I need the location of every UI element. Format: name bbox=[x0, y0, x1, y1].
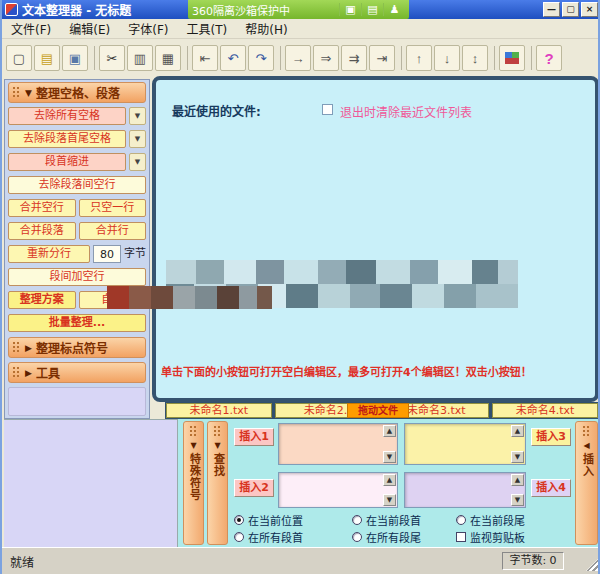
scheme-button[interactable]: 整理方案 bbox=[8, 291, 76, 309]
close-button[interactable]: × bbox=[581, 2, 598, 17]
scroll-up-icon[interactable]: ▲ bbox=[511, 474, 524, 486]
insert4-button[interactable]: 插入4 bbox=[531, 479, 571, 497]
batch-organize-button[interactable]: 批量整理... bbox=[8, 314, 146, 332]
menu-edit[interactable]: 编辑(E) bbox=[60, 18, 119, 39]
scrollbar[interactable]: ▲ ▼ bbox=[511, 474, 524, 506]
add-blank-between-button[interactable]: 段间加空行 bbox=[8, 268, 146, 286]
overlay-window-icon[interactable]: ▣ bbox=[339, 3, 361, 16]
find-strip[interactable]: ▼ 查找 bbox=[207, 421, 228, 545]
color-grid-button[interactable] bbox=[499, 45, 525, 71]
open-file-button[interactable]: ▤ bbox=[34, 45, 60, 71]
merge-blank-lines-button[interactable]: 合并空行 bbox=[8, 199, 76, 217]
undo-button[interactable]: ↶ bbox=[220, 45, 246, 71]
merge-lines-button[interactable]: 合并行 bbox=[79, 222, 147, 240]
clear-recent-label[interactable]: 退出时清除最近文件列表 bbox=[340, 103, 472, 120]
checkbox-label: 监视剪贴板 bbox=[470, 529, 525, 545]
menu-tools[interactable]: 工具(T) bbox=[178, 18, 237, 39]
scrollbar[interactable]: ▲ ▼ bbox=[511, 425, 524, 463]
radio-all-para-end[interactable]: 在所有段尾 bbox=[352, 529, 456, 545]
radio-icon bbox=[234, 515, 244, 525]
redo-button[interactable]: ↷ bbox=[248, 45, 274, 71]
paste-button[interactable]: ▦ bbox=[155, 45, 181, 71]
save-file-button[interactable]: ▣ bbox=[62, 45, 88, 71]
save-file-icon: ▣ bbox=[69, 51, 81, 66]
goto-last-button[interactable]: ⇥ bbox=[369, 45, 395, 71]
redaction-block bbox=[166, 260, 518, 284]
help-button[interactable]: ? bbox=[536, 45, 562, 71]
goto-editor3-button[interactable]: ⇉ bbox=[341, 45, 367, 71]
scroll-up-icon[interactable]: ▲ bbox=[511, 425, 524, 437]
insert2-textbox[interactable]: ▲ ▼ bbox=[278, 472, 398, 508]
overlay-pin-icon[interactable]: ♟ bbox=[383, 3, 405, 16]
goto-editor2-button[interactable]: ⇒ bbox=[313, 45, 339, 71]
para-indent-dropdown[interactable]: ▼ bbox=[129, 153, 146, 171]
scrollbar[interactable]: ▲ ▼ bbox=[383, 474, 396, 506]
new-file-button[interactable]: ▢ bbox=[6, 45, 32, 71]
cut-button[interactable]: ✂ bbox=[99, 45, 125, 71]
remove-all-spaces-dropdown[interactable]: ▼ bbox=[129, 107, 146, 125]
keep-one-blank-button[interactable]: 只空一行 bbox=[79, 199, 147, 217]
maximize-button[interactable]: ▢ bbox=[562, 2, 579, 17]
monitor-clipboard-checkbox[interactable]: 监视剪贴板 bbox=[456, 529, 570, 545]
resize-grip[interactable] bbox=[586, 557, 600, 571]
go-first-button[interactable]: ⇤ bbox=[192, 45, 218, 71]
copy-button[interactable]: ▥ bbox=[127, 45, 153, 71]
goto-editor2-icon: ⇒ bbox=[321, 51, 332, 66]
panel-header-punctuation[interactable]: ▶ 整理标点符号 bbox=[8, 337, 146, 358]
menu-font[interactable]: 字体(F) bbox=[119, 18, 177, 39]
insert3-textbox[interactable]: ▲ ▼ bbox=[404, 423, 526, 465]
special-symbols-strip[interactable]: ▼ 特殊符号 bbox=[183, 421, 204, 545]
menu-help[interactable]: 帮助(H) bbox=[236, 18, 296, 39]
scroll-up-icon[interactable]: ▲ bbox=[383, 425, 396, 437]
scroll-down-icon[interactable]: ▼ bbox=[383, 451, 396, 463]
remove-para-edge-spaces-dropdown[interactable]: ▼ bbox=[129, 130, 146, 148]
scroll-down-icon[interactable]: ▼ bbox=[511, 451, 524, 463]
radio-current-para-end[interactable]: 在当前段尾 bbox=[456, 512, 570, 528]
toolbar-separator bbox=[531, 46, 532, 70]
panel-header-tools[interactable]: ▶ 工具 bbox=[8, 362, 146, 383]
minimize-button[interactable]: — bbox=[543, 2, 560, 17]
panel-title: 整理空格、段落 bbox=[36, 84, 120, 101]
clear-recent-checkbox[interactable] bbox=[322, 104, 333, 115]
scroll-down-icon[interactable]: ▼ bbox=[383, 494, 396, 506]
radio-icon bbox=[456, 515, 466, 525]
insert1-textbox[interactable]: ▲ ▼ bbox=[278, 423, 398, 465]
scroll-down-icon[interactable]: ▼ bbox=[511, 494, 524, 506]
radio-icon bbox=[352, 532, 362, 542]
copy-icon: ▥ bbox=[134, 51, 146, 66]
rewrap-button[interactable]: 重新分行 bbox=[8, 245, 90, 263]
panel-header-spaces[interactable]: ▼ 整理空格、段落 bbox=[8, 82, 146, 103]
radio-all-para-start[interactable]: 在所有段首 bbox=[234, 529, 352, 545]
insert4-textbox[interactable]: ▲ ▼ bbox=[404, 472, 526, 508]
rewrap-bytes-input[interactable] bbox=[93, 245, 121, 263]
new-file-icon: ▢ bbox=[13, 51, 25, 66]
radio-current-position[interactable]: 在当前位置 bbox=[234, 512, 352, 528]
para-indent-button[interactable]: 段首缩进 bbox=[8, 153, 126, 171]
remove-para-edge-spaces-button[interactable]: 去除段落首尾空格 bbox=[8, 130, 126, 148]
app-window: 文本整理器 - 无标题 360隔离沙箱保护中 ▣ ▤ ♟ — ▢ × 文件(F)… bbox=[0, 0, 600, 574]
menu-file[interactable]: 文件(F) bbox=[2, 18, 60, 39]
overlay-folder-icon[interactable]: ▤ bbox=[361, 3, 383, 16]
move-both-button[interactable]: ↕ bbox=[462, 45, 488, 71]
scroll-up-icon[interactable]: ▲ bbox=[383, 474, 396, 486]
remove-all-spaces-button[interactable]: 去除所有空格 bbox=[8, 107, 126, 125]
remove-blank-lines-button[interactable]: 去除段落间空行 bbox=[8, 176, 146, 194]
scrollbar[interactable]: ▲ ▼ bbox=[383, 425, 396, 463]
chevron-down-icon: ▼ bbox=[25, 88, 32, 98]
move-down-icon: ↓ bbox=[444, 51, 451, 66]
grip-icon bbox=[12, 86, 21, 99]
move-up-button[interactable]: ↑ bbox=[406, 45, 432, 71]
insert-strip[interactable]: ◀ 插入 bbox=[575, 421, 598, 545]
merge-paragraphs-button[interactable]: 合并段落 bbox=[8, 222, 76, 240]
grip-icon bbox=[213, 425, 222, 438]
goto-editor1-button[interactable]: → bbox=[285, 45, 311, 71]
insert1-button[interactable]: 插入1 bbox=[234, 428, 274, 446]
go-first-icon: ⇤ bbox=[200, 51, 211, 66]
move-down-button[interactable]: ↓ bbox=[434, 45, 460, 71]
tab-untitled1[interactable]: 未命名1.txt bbox=[166, 403, 272, 418]
insert3-button[interactable]: 插入3 bbox=[531, 428, 571, 446]
grip-icon bbox=[12, 366, 21, 379]
insert2-button[interactable]: 插入2 bbox=[234, 479, 274, 497]
radio-current-para-start[interactable]: 在当前段首 bbox=[352, 512, 456, 528]
tab-untitled4[interactable]: 未命名4.txt bbox=[492, 403, 598, 418]
